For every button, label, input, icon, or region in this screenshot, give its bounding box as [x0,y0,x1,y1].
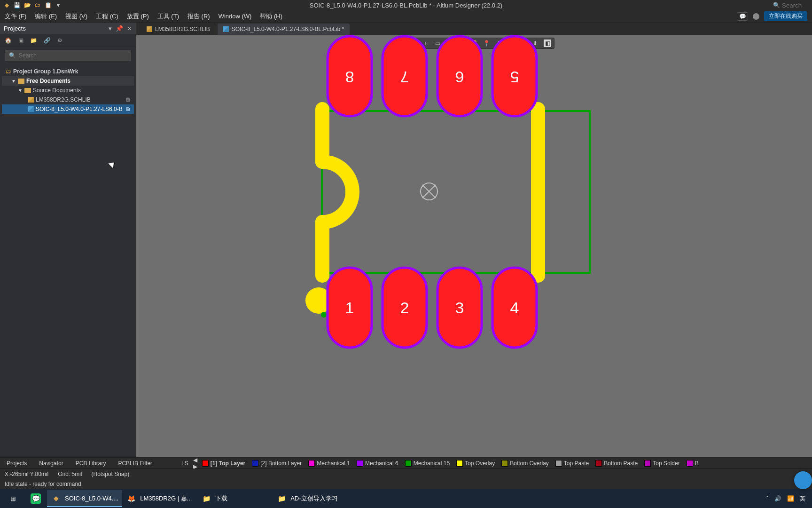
toolbar-link-icon[interactable]: 🔗 [44,37,51,44]
tree-doc-pcblib-label: SOIC-8_L5.0-W4.0-P1.27-LS6.0-B [36,106,123,112]
save-icon[interactable]: 💾 [13,1,21,9]
chevron-down-icon[interactable]: ▾ [55,1,62,9]
copy-icon[interactable]: 📋 [44,1,52,9]
toolbar-folder-icon[interactable]: 📁 [30,37,37,44]
tree-source-documents[interactable]: ▾ Source Documents [2,86,134,95]
taskbar-item[interactable]: ◆SOIC-8_L5.0-W4.... [47,490,122,507]
status-dot[interactable] [753,13,759,20]
global-search-input[interactable] [782,2,810,9]
layer-tab[interactable]: Mechanical 1 [308,460,350,467]
menu-project[interactable]: 工程 (C) [96,12,118,21]
toolbar-gear-icon[interactable]: ⚙ [57,37,62,44]
layer-color-swatch [202,460,209,467]
layer-color-swatch [308,460,315,467]
add-doc-icon[interactable]: 🗂 [34,1,41,9]
menu-edit[interactable]: 编辑 (E) [35,12,57,21]
layer-tab[interactable]: Mechanical 15 [405,460,450,467]
expander-icon[interactable]: ▾ [18,87,23,94]
svg-text:2: 2 [400,299,409,317]
menu-report[interactable]: 报告 (R) [187,12,210,21]
global-search[interactable]: 🔍 [773,2,810,9]
projects-panel-title: Projects [4,25,26,32]
taskbar-item[interactable]: 📁下载 [197,490,273,507]
layer-color-swatch [644,460,651,467]
toolbar-box-icon[interactable]: ▣ [18,37,23,44]
tray-language[interactable]: 英 [800,495,805,503]
layer-tab[interactable]: Mechanical 6 [357,460,398,467]
tree-root[interactable]: 🗂 Project Group 1.DsnWrk [2,67,134,76]
tree-root-label: Project Group 1.DsnWrk [13,68,78,75]
tree-doc-pcblib[interactable]: SOIC-8_L5.0-W4.0-P1.27-LS6.0-B 🗎 [2,104,134,114]
tray-wifi-icon[interactable]: 📶 [787,495,794,502]
layer-color-swatch [595,460,602,467]
bottom-tab-pcblib-filter[interactable]: PCBLIB Filter [114,459,156,468]
projects-panel-toolbar: 🏠 ▣ 📁 🔗 ⚙ [0,34,136,47]
tray-up-icon[interactable]: ˄ [766,495,769,502]
layer-tab[interactable]: [1] Top Layer [202,460,245,467]
open-icon[interactable]: 📂 [23,1,31,9]
panel-close-icon[interactable]: ✕ [127,25,132,32]
assistant-bubble[interactable] [794,471,812,489]
taskbar-item[interactable]: ⊞ [2,490,24,507]
menu-bar: 文件 (F) 编辑 (E) 视图 (V) 工程 (C) 放置 (P) 工具 (T… [0,10,812,23]
bottom-tab-pcb-library[interactable]: PCB Library [72,459,110,468]
tab-schlib-label: LM358DR2G.SCHLIB [155,26,210,32]
buy-online-button[interactable]: 立即在线购买 [764,11,807,21]
layer-tab[interactable]: Top Solder [644,460,679,467]
panel-dropdown-icon[interactable]: ▾ [109,25,112,32]
bottom-tab-navigator[interactable]: Navigator [35,459,67,468]
taskbar-item-label: 下载 [215,494,227,503]
bottom-panel-tabs: Projects Navigator PCB Library PCBLIB Fi… [0,457,812,468]
tree-doc-schlib-label: LM358DR2G.SCHLIB [36,96,91,103]
project-group-icon: 🗂 [6,68,11,75]
tree-doc-schlib[interactable]: LM358DR2G.SCHLIB 🗎 [2,95,134,104]
layer-label: Top Paste [564,460,589,467]
layer-set-current[interactable]: LS [180,460,188,467]
menu-place[interactable]: 放置 (P) [127,12,149,21]
bottom-tab-projects[interactable]: Projects [3,459,31,468]
pcb-canvas[interactable]: ▼ ↩ + ▭ ≡ 🏷 💡 📍 A ╱ ⊠ ⬍ ◧ [136,35,812,457]
svg-point-5 [321,312,327,318]
expander-icon[interactable]: ▾ [11,78,16,84]
sch-doc-icon [147,26,152,32]
projects-panel-header: Projects ▾ 📌 ✕ [0,23,136,34]
layer-tab[interactable]: B [687,460,699,467]
menu-window[interactable]: Window (W) [219,13,252,20]
panel-pin-icon[interactable]: 📌 [116,25,123,32]
layer-tab[interactable]: Top Overlay [456,460,495,467]
tree-free-documents[interactable]: ▾ Free Documents [2,76,134,86]
layer-prev-button[interactable]: ◀ [193,457,197,463]
folder-icon [18,79,24,84]
layer-tab[interactable]: Bottom Paste [595,460,638,467]
projects-search-box[interactable]: 🔍 [5,50,131,61]
taskbar-item[interactable]: 🦊LM358DR2G | 嘉... [122,490,197,507]
taskbar-item[interactable]: 📁AD-立创导入学习 [273,490,348,507]
layer-label: Mechanical 15 [414,460,450,467]
notification-button[interactable]: 💬 [737,12,748,21]
layer-tab[interactable]: [2] Bottom Layer [252,460,302,467]
tab-schlib[interactable]: LM358DR2G.SCHLIB [141,24,216,35]
taskbar-item-icon: 🦊 [126,493,136,504]
svg-text:8: 8 [345,68,354,86]
status-snap: (Hotspot Snap) [92,471,130,477]
svg-text:7: 7 [400,68,409,86]
status-bar-text: Idle state - ready for command [0,479,812,489]
layer-set-label: LS [181,460,188,467]
menu-tools[interactable]: 工具 (T) [157,12,179,21]
tab-pcblib-label: SOIC-8_L5.0-W4.0-P1.27-LS6.0-BL.PcbLib * [232,26,344,32]
svg-text:1: 1 [345,299,354,317]
svg-text:6: 6 [455,68,464,86]
taskbar-item[interactable]: 💬 [24,490,47,507]
toolbar-home-icon[interactable]: 🏠 [5,37,12,44]
layer-label: Top Solder [653,460,679,467]
layer-tab[interactable]: Top Paste [555,460,589,467]
taskbar-item-icon: 📁 [276,493,287,504]
menu-help[interactable]: 帮助 (H) [260,12,282,21]
projects-search-input[interactable] [19,52,127,59]
menu-view[interactable]: 视图 (V) [65,12,87,21]
tab-pcblib[interactable]: SOIC-8_L5.0-W4.0-P1.27-LS6.0-BL.PcbLib * [218,24,350,35]
layer-tab[interactable]: Bottom Overlay [501,460,549,467]
layer-color-swatch [687,460,693,467]
tray-volume-icon[interactable]: 🔊 [774,495,781,502]
menu-file[interactable]: 文件 (F) [5,12,26,21]
